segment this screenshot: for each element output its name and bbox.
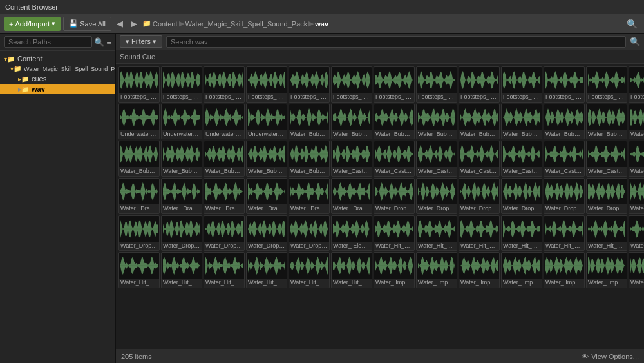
grid-item[interactable]: Footsteps_ Water-001 (118, 66, 160, 103)
grid-item[interactable]: Water_Hit_A- 003 (459, 215, 500, 251)
grid-item[interactable]: Water_Hit_A- 002 (416, 215, 457, 251)
grid-item[interactable]: Water_ Impact_A-003 (459, 252, 500, 288)
breadcrumb-pack[interactable]: Water_Magic_Skill_Spell_Sound_Pack (185, 20, 308, 28)
grid-item[interactable]: Water_Hit_B- 010 (331, 252, 372, 288)
grid-item[interactable]: Water_ Dragon_Buff_ Armor-005 (246, 178, 287, 214)
grid-item[interactable]: Water_ Elemental_ Magic Skill (331, 215, 372, 251)
grid-item[interactable]: Water_Hit_B- 007 (204, 252, 245, 288)
breadcrumb-content[interactable]: Content (153, 20, 178, 28)
grid-item[interactable]: Water_Drop- 005 (586, 178, 627, 214)
grid-item[interactable]: Water_Drop- 002 (459, 178, 500, 214)
grid-item[interactable]: Water_Cast_ Skill_Loop- 008 (629, 141, 644, 177)
grid-item[interactable]: Water_ Dragon_Buff_ Armor-006 (289, 178, 330, 214)
grid-item[interactable]: Water_ Dragon_Buff_ Armor-004 (204, 178, 245, 214)
grid-item[interactable]: Water_Bubble 007 (544, 104, 585, 140)
save-all-button[interactable]: 💾 Save All (63, 17, 111, 31)
grid-item[interactable]: Water_Drop- 001 (416, 178, 457, 214)
grid-item[interactable]: Water_Drop_ C (161, 215, 202, 251)
grid-item[interactable]: Water_Cast_ Skill_Loop- 003 (416, 141, 457, 177)
grid-item[interactable]: Water_ Impact_B-002 (586, 252, 627, 288)
grid-item[interactable]: Water_ Impact_A-002 (416, 252, 457, 288)
grid-item[interactable]: Footsteps_ Water-006 (331, 66, 372, 103)
grid-item[interactable]: Water_Drop_ B (118, 215, 160, 251)
grid-item[interactable]: Water_ Impact_A-001 (374, 252, 415, 288)
grid-item[interactable]: Water_Cast_ Skill_Loop- 005 (501, 141, 542, 177)
grid-item[interactable]: Footsteps_ Water-007 (374, 66, 415, 103)
grid-item[interactable]: Water_Hit_B- 001 (629, 215, 644, 251)
nav-forward-button[interactable]: ▶ (128, 17, 140, 30)
grid-item[interactable]: Water_Bubble -017 (289, 141, 330, 177)
grid-item[interactable]: Water_Bubble -006 (501, 104, 542, 140)
grid-item[interactable]: Water_Bubble -008 (586, 104, 627, 140)
grid-item[interactable]: Water_Drop_E (246, 215, 287, 251)
grid-item[interactable]: Water_Bubble -003 (374, 104, 415, 140)
grid-item[interactable]: Footsteps_ Water_B (629, 66, 644, 103)
filters-button[interactable]: ▾ Filters ▾ (120, 35, 162, 48)
grid-item[interactable]: Water_ Dragon_Buff_ Armor-007 (331, 178, 372, 214)
sidebar-item-cues[interactable]: ▸📁 cues (0, 74, 115, 84)
grid-item[interactable]: Water_Drop_F (289, 215, 330, 251)
grid-item[interactable]: Water_ Impact_B-003 (629, 252, 644, 288)
content-search-input[interactable] (166, 36, 626, 48)
grid-item[interactable]: Water_Drop_ D (204, 215, 245, 251)
grid-item[interactable]: Water_Bubble -013 (118, 141, 160, 177)
grid-item[interactable]: Water_Drone_ Wierd_ Waterfell (374, 178, 415, 214)
content-search-button[interactable]: 🔍 (630, 37, 640, 46)
global-search-button[interactable]: 🔍 (624, 17, 640, 30)
grid-item[interactable]: Underwater_ Loop-002 (161, 104, 202, 140)
grid-item[interactable]: Water_Hit_B- 008 (246, 252, 287, 288)
breadcrumb-wav[interactable]: wav (315, 20, 328, 28)
grid-item[interactable]: Footsteps_ Water-004 (246, 66, 287, 103)
grid-item[interactable]: Footsteps_ Water-003 (204, 66, 245, 103)
grid-item[interactable]: Footsteps_ Water_A (586, 66, 627, 103)
grid-item[interactable]: Water_Hit_A- 006 (586, 215, 627, 251)
grid-item[interactable]: Water_Cast_ Skill_Loop- 004 (459, 141, 500, 177)
sidebar-item-content[interactable]: ▾📁 Content (0, 54, 115, 64)
grid-item[interactable]: Water_Bubble -002 (331, 104, 372, 140)
sidebar-item-wav[interactable]: ▸📁 wav (0, 84, 115, 94)
add-import-button[interactable]: + Add/Import ▾ (4, 17, 61, 31)
grid-item[interactable]: Water_Drop- 006 (629, 178, 644, 214)
grid-item[interactable]: Water_ Impact_A-004 (501, 252, 542, 288)
grid-item[interactable]: Water_Cast_ Skill_Loop- 001 (331, 141, 372, 177)
grid-item[interactable]: Water_ Dragon_Buff_ Armor-003 (161, 178, 202, 214)
grid-item[interactable]: Footsteps_ Water-005 (289, 66, 330, 103)
grid-container[interactable]: Footsteps_ Water-001 Footsteps_ Water-00… (116, 64, 644, 349)
grid-item[interactable]: Water_Hit_B- 005 (118, 252, 160, 288)
grid-item[interactable]: Underwater_ Armor_ Rumble (246, 104, 287, 140)
grid-item[interactable]: Underwater_ Loop-003 (204, 104, 245, 140)
grid-item[interactable]: Underwater_ Loop-001 (118, 104, 160, 140)
sidebar-search-button[interactable]: 🔍 (94, 37, 104, 47)
grid-item[interactable]: Footsteps_ Water-002 (161, 66, 202, 103)
grid-item-label: Water_ Impact_A-003 (459, 279, 499, 288)
grid-item[interactable]: Water_Hit_A- 001 (374, 215, 415, 251)
grid-item[interactable]: Water_Drop- 004 (544, 178, 585, 214)
grid-item[interactable]: Footsteps_ Water-009 (459, 66, 500, 103)
grid-item[interactable]: Water_Bubble -004 (416, 104, 457, 140)
waveform-thumbnail (119, 253, 159, 279)
grid-item[interactable]: Water_Bubble -016 (246, 141, 287, 177)
grid-item[interactable]: Footsteps_ Water-008 (416, 66, 457, 103)
grid-item[interactable]: Water_Bubble -009 (629, 104, 644, 140)
grid-item[interactable]: Water_Bubble -001 (289, 104, 330, 140)
grid-item[interactable]: Water_Hit_A- 004 (501, 215, 542, 251)
grid-item[interactable]: Water_Bubble -005 (459, 104, 500, 140)
grid-item[interactable]: Water_Cast_ Skill_Loop- 006 (544, 141, 585, 177)
grid-item[interactable]: Water_Drop- 003 (501, 178, 542, 214)
grid-item[interactable]: Water_ Dragon_Buff_ Armor-002 (118, 178, 160, 214)
grid-item[interactable]: Water_Cast_ Skill_Loop- 007 (586, 141, 627, 177)
sidebar-item-pack[interactable]: ▾📁 Water_Magic_Skill_Spell_Sound_Pack (0, 64, 115, 74)
grid-item[interactable]: Water_Bubble -015 (204, 141, 245, 177)
grid-item[interactable]: Water_Cast_ Skill_Loop- 002 (374, 141, 415, 177)
sidebar-filter-button[interactable]: ≡ (106, 37, 111, 47)
grid-item[interactable]: Water_Hit_A- 005 (544, 215, 585, 251)
path-search-input[interactable] (4, 36, 92, 48)
grid-item[interactable]: Water_Hit_B- 006 (161, 252, 202, 288)
grid-item[interactable]: Water_ Impact_B-001 (544, 252, 585, 288)
grid-item[interactable]: Footsteps_ Water-011 (544, 66, 585, 103)
grid-item[interactable]: Water_Hit_B- 009 (289, 252, 330, 288)
grid-item[interactable]: Water_Bubble -014 (161, 141, 202, 177)
view-options-button[interactable]: 👁 View Options... (582, 353, 639, 360)
grid-item[interactable]: Footsteps_ Water-010 (501, 66, 542, 103)
nav-back-button[interactable]: ◀ (114, 17, 126, 30)
